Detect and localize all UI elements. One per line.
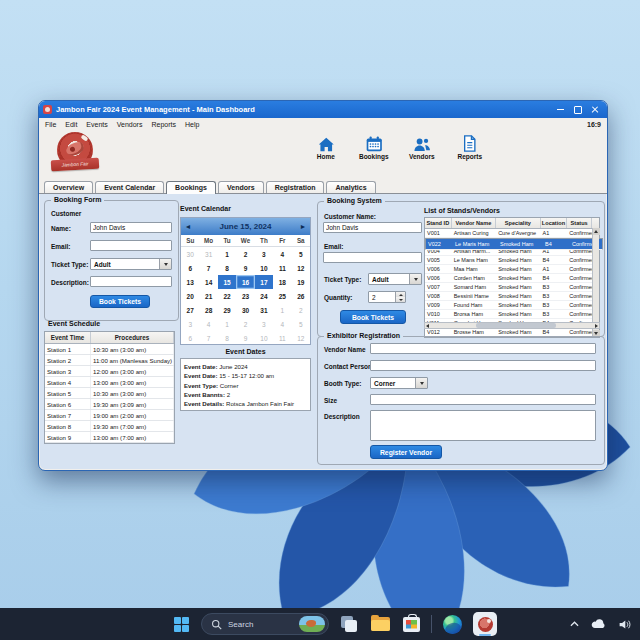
calendar-day-cell[interactable]: 4 xyxy=(199,317,217,331)
calendar-day-cell[interactable]: 9 xyxy=(236,261,254,275)
tab-bookings[interactable]: Bookings xyxy=(166,181,216,194)
booth-type-select[interactable]: Corner xyxy=(370,377,428,389)
schedule-row[interactable]: Station 913:00 am (7:00 am) xyxy=(45,432,174,443)
calendar-day-cell[interactable]: 24 xyxy=(255,289,273,303)
maximize-button[interactable] xyxy=(569,103,586,116)
close-button[interactable] xyxy=(586,103,603,116)
schedule-row[interactable]: Station 510:30 am (3:00 am) xyxy=(45,388,174,399)
calendar-day-cell[interactable]: 7 xyxy=(199,261,217,275)
tab-analytics[interactable]: Analytics xyxy=(326,181,375,193)
volume-tray-button[interactable] xyxy=(616,616,632,632)
toolbar-vendors-button[interactable]: Vendors xyxy=(405,135,439,160)
menu-item-reports[interactable]: Reports xyxy=(151,121,176,128)
stands-table[interactable]: Stand IDVendor NameSpecialityLocationSta… xyxy=(424,217,600,338)
calendar-day-cell[interactable]: 31 xyxy=(199,247,217,261)
calendar-day-cell[interactable]: 3 xyxy=(255,247,273,261)
calendar-day-cell[interactable]: 25 xyxy=(273,289,291,303)
calendar-day-cell[interactable]: 30 xyxy=(181,247,199,261)
menu-item-edit[interactable]: Edit xyxy=(65,121,77,128)
bs-email-input[interactable] xyxy=(323,252,422,263)
calendar-day-cell[interactable]: 14 xyxy=(199,275,217,289)
vendor-row[interactable]: V006Corden HamSmoked HamB4Confirmed xyxy=(425,274,599,283)
menu-item-events[interactable]: Events xyxy=(86,121,107,128)
task-view-button[interactable] xyxy=(338,613,360,635)
calendar-day-cell[interactable]: 1 xyxy=(273,303,291,317)
ticket-type-select[interactable]: Adult xyxy=(90,258,172,270)
schedule-row[interactable]: Station 312:00 am (3:00 am) xyxy=(45,366,174,377)
calendar-day-cell[interactable]: 3 xyxy=(255,317,273,331)
calendar-day-cell[interactable]: 15 xyxy=(218,275,236,289)
calendar-day-cell[interactable]: 6 xyxy=(181,331,199,345)
calendar-day-cell[interactable]: 21 xyxy=(199,289,217,303)
tab-vendors[interactable]: Vendors xyxy=(218,181,264,193)
calendar-day-cell[interactable]: 18 xyxy=(273,275,291,289)
calendar-prev-button[interactable]: ◄ xyxy=(181,223,195,230)
vertical-scrollbar[interactable] xyxy=(592,228,599,337)
title-bar[interactable]: Jambon Fair 2024 Event Management - Main… xyxy=(39,101,607,118)
calendar-day-cell[interactable]: 28 xyxy=(199,303,217,317)
calendar-day-cell[interactable]: 23 xyxy=(236,289,254,303)
dropdown-button[interactable] xyxy=(409,274,421,284)
calendar-day-cell[interactable]: 1 xyxy=(218,247,236,261)
vendor-row[interactable]: V009Found HamSmoked HamB3Confirmed xyxy=(425,301,599,310)
vendor-name-input[interactable] xyxy=(370,343,596,354)
calendar-day-cell[interactable]: 11 xyxy=(273,261,291,275)
contact-person-input[interactable] xyxy=(370,360,596,371)
dropdown-button[interactable] xyxy=(159,259,171,269)
search-highlight-image[interactable] xyxy=(299,616,325,632)
vendor-row[interactable]: V001Artisan CuringCure d'AvergneA1Confir… xyxy=(425,229,599,238)
vendor-row[interactable]: V007Somard HamSmoked HamB3Confirmed xyxy=(425,283,599,292)
tab-overview[interactable]: Overview xyxy=(44,181,93,193)
toolbar-reports-button[interactable]: Reports xyxy=(453,135,487,160)
calendar-day-cell[interactable]: 8 xyxy=(218,261,236,275)
customer-name-input[interactable] xyxy=(323,222,422,233)
calendar-day-cell[interactable]: 16 xyxy=(236,275,254,289)
dropdown-button[interactable] xyxy=(415,378,427,388)
vendor-row[interactable]: V010Brorsa HamSmoked HamB3Confirmed xyxy=(425,310,599,319)
calendar-day-cell[interactable]: 27 xyxy=(181,303,199,317)
menu-item-vendors[interactable]: Vendors xyxy=(117,121,143,128)
book-tickets-button[interactable]: Book Tickets xyxy=(90,295,150,308)
register-vendor-button[interactable]: Register Vendor xyxy=(370,445,442,459)
calendar-day-cell[interactable]: 31 xyxy=(255,303,273,317)
vendor-row[interactable]: V008Bessinii HameSmoked HamB3Confirmed xyxy=(425,292,599,301)
calendar-day-cell[interactable]: 2 xyxy=(292,303,310,317)
quantity-stepper[interactable]: 2 xyxy=(368,291,406,303)
schedule-row[interactable]: Station 719:00 am (2:00 am) xyxy=(45,410,174,421)
jambon-app-button[interactable] xyxy=(472,611,498,637)
calendar-day-cell[interactable]: 2 xyxy=(236,247,254,261)
tab-registration[interactable]: Registration xyxy=(266,181,325,193)
calendar-day-cell[interactable]: 26 xyxy=(292,289,310,303)
horizontal-scrollbar[interactable] xyxy=(424,322,600,329)
minimize-button[interactable] xyxy=(552,103,569,116)
menu-item-file[interactable]: File xyxy=(45,121,56,128)
calendar-day-cell[interactable]: 10 xyxy=(255,261,273,275)
vendor-row[interactable]: V005Le Mans HamSmoked HamB4Confirmed xyxy=(425,256,599,265)
calendar-day-cell[interactable]: 6 xyxy=(181,261,199,275)
calendar-day-cell[interactable]: 13 xyxy=(181,275,199,289)
calendar-day-cell[interactable]: 5 xyxy=(292,247,310,261)
calendar-day-cell[interactable]: 17 xyxy=(255,275,273,289)
spin-down-button[interactable] xyxy=(396,297,405,302)
tab-event-calendar[interactable]: Event Calendar xyxy=(95,181,164,193)
calendar-day-cell[interactable]: 9 xyxy=(236,331,254,345)
description-input[interactable] xyxy=(90,276,172,287)
bs-ticket-type-select[interactable]: Adult xyxy=(368,273,422,285)
schedule-row[interactable]: Station 110:30 am (3:00 am) xyxy=(45,344,174,355)
calendar-day-cell[interactable]: 8 xyxy=(218,331,236,345)
size-input[interactable] xyxy=(370,394,596,405)
name-input[interactable] xyxy=(90,222,172,233)
schedule-row[interactable]: Station 819:30 am (7:00 am) xyxy=(45,421,174,432)
calendar-day-cell[interactable]: 20 xyxy=(181,289,199,303)
schedule-row[interactable]: Station 413:00 am (3:00 am) xyxy=(45,377,174,388)
exhibitor-description-textarea[interactable] xyxy=(370,410,596,441)
toolbar-bookings-button[interactable]: Bookings xyxy=(357,135,391,160)
scroll-up-button[interactable] xyxy=(593,228,600,235)
calendar-day-cell[interactable]: 22 xyxy=(218,289,236,303)
tray-chevron-button[interactable] xyxy=(566,616,582,632)
vendor-row[interactable]: V022Le Maris HamSmoked HamB4Confirmed xyxy=(425,238,603,250)
email-input[interactable] xyxy=(90,240,172,251)
calendar-day-cell[interactable]: 30 xyxy=(236,303,254,317)
schedule-row[interactable]: Station 619:30 am (3:09 am) xyxy=(45,399,174,410)
start-button[interactable] xyxy=(170,613,192,635)
